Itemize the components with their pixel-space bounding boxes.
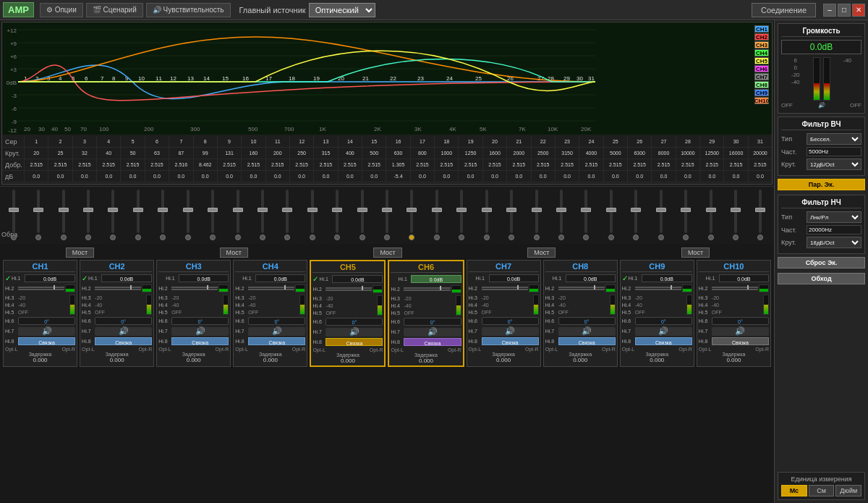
- eq-cell[interactable]: 8.462: [193, 159, 217, 170]
- hi1-value[interactable]: 0.0dB: [642, 274, 692, 282]
- slider-dot[interactable]: [658, 234, 664, 240]
- eq-cell[interactable]: 2.515: [603, 159, 627, 170]
- eq-cell[interactable]: 6: [145, 136, 169, 147]
- eq-cell[interactable]: 2.515: [434, 159, 458, 170]
- eq-cell[interactable]: 2.515: [676, 159, 699, 170]
- hi6-angle[interactable]: 0°: [482, 317, 539, 325]
- eq-cell[interactable]: 0.0: [265, 171, 289, 182]
- eq-cell[interactable]: 14: [338, 136, 362, 147]
- slider-handle[interactable]: [83, 208, 93, 212]
- slider-track[interactable]: [12, 190, 15, 233]
- eq-cell[interactable]: 32: [72, 148, 96, 158]
- hi7-speaker[interactable]: 🔊: [248, 327, 305, 336]
- slider-dot[interactable]: [135, 234, 141, 240]
- slider-dot[interactable]: [210, 234, 216, 240]
- eq-cell[interactable]: 2.515: [265, 159, 289, 170]
- link-button[interactable]: Связка: [248, 337, 305, 345]
- eq-cell[interactable]: 2.515: [410, 159, 434, 170]
- slider-dot[interactable]: [583, 234, 589, 240]
- hi1-value[interactable]: 0.0dB: [179, 274, 229, 282]
- unit-ms-button[interactable]: Мс: [781, 485, 807, 496]
- hi2-fader[interactable]: [558, 287, 605, 290]
- slider-dot[interactable]: [384, 234, 390, 240]
- eq-cell[interactable]: 0.0: [24, 171, 48, 182]
- bridge-button-1[interactable]: Мост: [220, 248, 248, 258]
- eq-cell[interactable]: 1600: [482, 148, 506, 158]
- channel-card-ch6[interactable]: CH6 Hi.1 0.0dB Hi.2 Hi.3 -20 Hi: [388, 260, 464, 367]
- eq-cell[interactable]: 7: [169, 136, 192, 147]
- slider-track[interactable]: [610, 190, 613, 233]
- eq-cell[interactable]: 2.515: [555, 159, 579, 170]
- slider-track[interactable]: [111, 190, 114, 233]
- hi7-speaker[interactable]: 🔊: [95, 327, 152, 336]
- eq-cell[interactable]: 2.515: [506, 159, 530, 170]
- slider-track[interactable]: [37, 190, 40, 233]
- slider-track[interactable]: [684, 190, 687, 233]
- eq-cell[interactable]: 16: [386, 136, 409, 147]
- eq-cell[interactable]: 630: [386, 148, 409, 158]
- eq-cell[interactable]: 0.0: [676, 171, 699, 182]
- channel-card-ch7[interactable]: CH7 Hi.1 0.0dB Hi.2 Hi.3 -20 Hi: [467, 260, 541, 367]
- eq-cell[interactable]: 0.0: [241, 171, 265, 182]
- slider-handle[interactable]: [208, 208, 218, 212]
- eq-cell[interactable]: 2.515: [482, 159, 506, 170]
- slider-dot[interactable]: [534, 234, 540, 240]
- link-button[interactable]: Связка: [18, 337, 75, 345]
- slider-track[interactable]: [634, 190, 637, 233]
- channel-card-ch10[interactable]: CH10 Hi.1 0.0dB Hi.2 Hi.3 -20 H: [697, 260, 771, 367]
- slider-dot[interactable]: [409, 234, 414, 240]
- slider-handle[interactable]: [307, 208, 318, 212]
- eq-cell[interactable]: 2.515: [217, 159, 241, 170]
- slider-track[interactable]: [361, 190, 364, 233]
- eq-cell[interactable]: 0.0: [723, 171, 747, 182]
- slider-track[interactable]: [137, 190, 140, 233]
- link-button[interactable]: Связка: [171, 337, 229, 345]
- slider-handle[interactable]: [108, 208, 118, 212]
- channel-card-ch1[interactable]: CH1 ✓ Hi.1 0.0dB Hi.2 Hi.3 -20 H: [3, 260, 77, 367]
- hi7-speaker[interactable]: 🔊: [18, 327, 75, 336]
- slider-dot[interactable]: [608, 234, 614, 240]
- eq-cell[interactable]: 2000: [506, 148, 530, 158]
- slider-handle[interactable]: [681, 208, 691, 212]
- bridge-button-4[interactable]: Мост: [681, 248, 710, 258]
- slider-dot[interactable]: [85, 234, 91, 240]
- eq-cell[interactable]: 10: [241, 136, 265, 147]
- slider-handle[interactable]: [332, 208, 342, 212]
- eq-cell[interactable]: 2: [48, 136, 72, 147]
- eq-cell[interactable]: 25: [603, 136, 627, 147]
- eq-cell[interactable]: 400: [338, 148, 362, 158]
- eq-cell[interactable]: 500: [362, 148, 386, 158]
- delay-value[interactable]: 0.000: [235, 357, 305, 363]
- hi2-fader[interactable]: [404, 287, 450, 291]
- eq-cell[interactable]: 1.305: [386, 159, 409, 170]
- slider-dot[interactable]: [61, 234, 67, 240]
- hi2-fader[interactable]: [18, 287, 64, 290]
- eq-cell[interactable]: 25: [48, 148, 72, 158]
- hi1-value[interactable]: 0.0dB: [101, 274, 152, 282]
- slider-handle[interactable]: [382, 208, 392, 212]
- eq-cell[interactable]: 0.0: [410, 171, 434, 182]
- eq-cell[interactable]: 0.0: [313, 171, 337, 182]
- delay-value[interactable]: 0.000: [469, 357, 539, 363]
- eq-cell[interactable]: 2.515: [458, 159, 482, 170]
- slider-dot[interactable]: [334, 234, 340, 240]
- slider-handle[interactable]: [482, 208, 492, 212]
- channel-card-ch3[interactable]: CH3 Hi.1 0.0dB Hi.2 Hi.3 -20 Hi: [156, 260, 231, 367]
- hi1-value[interactable]: 0.0dB: [332, 275, 383, 283]
- eq-cell[interactable]: 2.516: [169, 159, 192, 170]
- eq-cell[interactable]: 0.0: [579, 171, 603, 182]
- hi6-angle[interactable]: 0°: [404, 318, 461, 326]
- eq-cell[interactable]: 1: [24, 136, 48, 147]
- slider-handle[interactable]: [233, 208, 243, 212]
- eq-cell[interactable]: 0.0: [482, 171, 506, 182]
- hf-type-select[interactable]: Бессел. Баттерворт: [807, 133, 861, 145]
- eq-cell[interactable]: 0.0: [96, 171, 120, 182]
- slider-dot[interactable]: [185, 234, 191, 240]
- bridge-button-2[interactable]: Мост: [373, 248, 401, 258]
- eq-cell[interactable]: 2.515: [531, 159, 555, 170]
- eq-cell[interactable]: 4: [96, 136, 120, 147]
- options-button[interactable]: ⚙ Опции: [40, 3, 83, 17]
- delay-value[interactable]: 0.000: [391, 358, 461, 364]
- channel-card-ch2[interactable]: CH2 ✓ Hi.1 0.0dB Hi.2 Hi.3 -20 H: [80, 260, 154, 367]
- hi1-value[interactable]: 0.0dB: [566, 274, 616, 282]
